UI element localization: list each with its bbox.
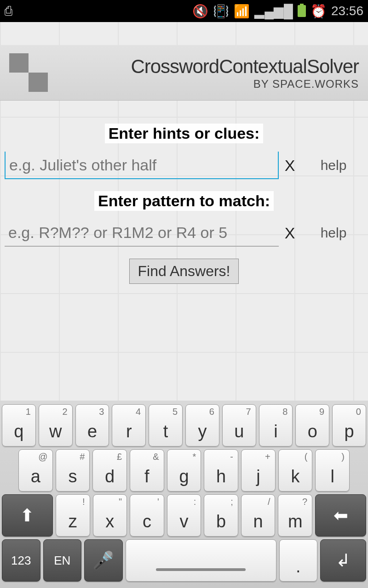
key-q[interactable]: 1q <box>2 404 36 447</box>
key-o[interactable]: 9o <box>295 404 329 447</box>
soft-keyboard: 1q2w3e4r5t6y7u8i9o0p @a#s£d&f*g-h+j(k)l … <box>0 401 368 588</box>
signal-icon: ▂▄▆█ <box>254 4 293 19</box>
status-bar: ⎙ 🔇 📳 📶 ▂▄▆█ ⏰ 23:56 <box>0 0 368 22</box>
key-e[interactable]: 3e <box>75 404 109 447</box>
vibrate-icon: 📳 <box>213 4 229 19</box>
key-space[interactable] <box>126 539 276 582</box>
key-h[interactable]: -h <box>204 449 238 492</box>
key-g[interactable]: *g <box>167 449 201 492</box>
key-d[interactable]: £d <box>92 449 127 492</box>
microphone-icon <box>92 550 114 571</box>
key-j[interactable]: +j <box>241 449 276 492</box>
wifi-icon: 📶 <box>234 4 250 19</box>
key-n[interactable]: /n <box>241 494 276 537</box>
app-subtitle: BY SPACE.WORKS <box>55 78 359 90</box>
key-y[interactable]: 6y <box>185 404 219 447</box>
battery-icon <box>298 5 306 17</box>
hints-clear-button[interactable]: X <box>281 157 299 175</box>
key-i[interactable]: 8i <box>259 404 293 447</box>
key-f[interactable]: &f <box>130 449 164 492</box>
key-voice-input[interactable] <box>84 539 123 582</box>
pattern-clear-button[interactable]: X <box>281 224 299 242</box>
key-c[interactable]: 'c <box>130 494 164 537</box>
key-k[interactable]: (k <box>278 449 313 492</box>
pattern-input[interactable] <box>5 219 279 247</box>
pattern-label: Enter pattern to match: <box>94 191 274 211</box>
key-language[interactable]: EN <box>43 539 82 582</box>
app-title: CrosswordContextualSolver <box>55 56 359 78</box>
search-form: Enter hints or clues: X help Enter patte… <box>0 101 368 284</box>
hints-label: Enter hints or clues: <box>105 124 264 143</box>
key-m[interactable]: ?m <box>278 494 312 537</box>
key-v[interactable]: :v <box>167 494 201 537</box>
key-w[interactable]: 2w <box>39 404 73 447</box>
mute-icon: 🔇 <box>192 4 208 19</box>
key-z[interactable]: !z <box>56 494 90 537</box>
app-banner: CrosswordContextualSolver BY SPACE.WORKS <box>0 45 368 101</box>
hints-input[interactable] <box>5 152 279 179</box>
key-s[interactable]: #s <box>56 449 90 492</box>
key-period[interactable]: . <box>279 539 318 582</box>
pattern-help-link[interactable]: help <box>308 225 359 241</box>
key-a[interactable]: @a <box>18 449 53 492</box>
alarm-icon: ⏰ <box>310 4 327 19</box>
key-enter[interactable]: ↲ <box>320 539 366 582</box>
key-r[interactable]: 4r <box>112 404 146 447</box>
usb-icon: ⎙ <box>5 4 12 18</box>
hints-help-link[interactable]: help <box>308 158 359 173</box>
key-shift[interactable]: ⬆ <box>2 494 53 537</box>
key-u[interactable]: 7u <box>222 404 256 447</box>
app-logo-icon <box>9 53 49 93</box>
key-p[interactable]: 0p <box>332 404 366 447</box>
key-symbols[interactable]: 123 <box>2 539 40 582</box>
find-answers-button[interactable]: Find Answers! <box>129 259 239 284</box>
key-backspace[interactable]: ⬅ <box>315 494 366 537</box>
key-t[interactable]: 5t <box>149 404 183 447</box>
key-b[interactable]: ;b <box>204 494 238 537</box>
key-x[interactable]: "x <box>93 494 127 537</box>
status-time: 23:56 <box>331 4 363 18</box>
key-l[interactable]: )l <box>315 449 350 492</box>
